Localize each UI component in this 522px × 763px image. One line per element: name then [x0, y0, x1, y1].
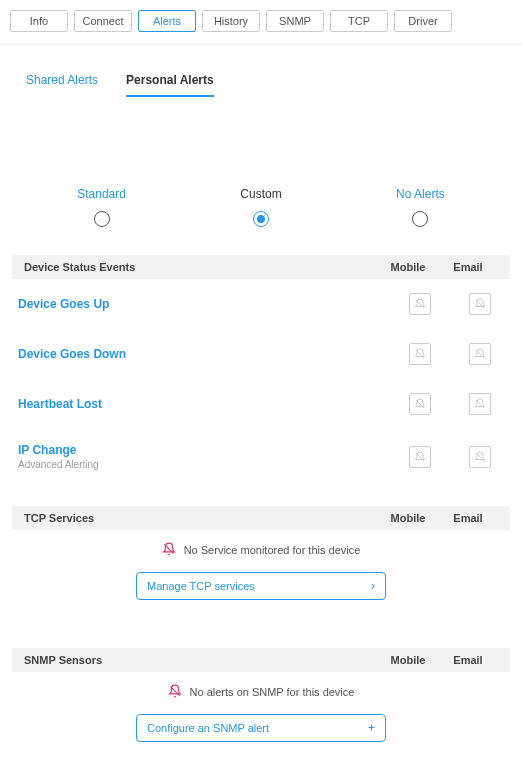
col-header-email: Email: [438, 512, 498, 524]
bell-off-icon: [474, 348, 486, 360]
event-row: Device Goes Up: [12, 279, 510, 329]
bell-off-icon: [474, 398, 486, 410]
event-name[interactable]: Device Goes Up: [18, 297, 390, 311]
toggle-mobile[interactable]: [409, 343, 431, 365]
toggle-mobile[interactable]: [409, 293, 431, 315]
radio-custom-label: Custom: [240, 187, 281, 201]
section-title: Device Status Events: [24, 261, 378, 273]
col-header-email: Email: [438, 654, 498, 666]
radio-icon: [94, 211, 110, 227]
event-row: Device Goes Down: [12, 329, 510, 379]
alert-profile-radios: Standard Custom No Alerts: [0, 97, 522, 255]
bell-off-icon: [414, 348, 426, 360]
snmp-empty-text: No alerts on SNMP for this device: [190, 686, 355, 698]
event-name[interactable]: Heartbeat Lost: [18, 397, 390, 411]
event-name[interactable]: Device Goes Down: [18, 347, 390, 361]
event-subtitle: Advanced Alerting: [18, 459, 390, 470]
toggle-email[interactable]: [469, 343, 491, 365]
bell-off-icon: [168, 684, 182, 700]
bell-off-icon: [414, 298, 426, 310]
radio-icon: [253, 211, 269, 227]
tab-alerts[interactable]: Alerts: [138, 10, 196, 32]
radio-noalerts-label: No Alerts: [396, 187, 445, 201]
device-status-rows: Device Goes Up Device Goes Down Heartbea…: [0, 279, 522, 484]
bell-off-icon: [414, 398, 426, 410]
toggle-email[interactable]: [469, 293, 491, 315]
device-status-header: Device Status Events Mobile Email: [12, 255, 510, 279]
event-row: Heartbeat Lost: [12, 379, 510, 429]
toggle-email[interactable]: [469, 446, 491, 468]
col-header-mobile: Mobile: [378, 654, 438, 666]
event-name[interactable]: IP Change: [18, 443, 390, 457]
tcp-services-header: TCP Services Mobile Email: [12, 506, 510, 530]
event-row: IP Change Advanced Alerting: [12, 429, 510, 484]
tab-connect[interactable]: Connect: [74, 10, 132, 32]
tab-history[interactable]: History: [202, 10, 260, 32]
section-title: SNMP Sensors: [24, 654, 378, 666]
alerts-subtabs: Shared Alerts Personal Alerts: [0, 45, 522, 97]
snmp-sensors-header: SNMP Sensors Mobile Email: [12, 648, 510, 672]
tab-snmp[interactable]: SNMP: [266, 10, 324, 32]
col-header-email: Email: [438, 261, 498, 273]
toggle-mobile[interactable]: [409, 446, 431, 468]
toggle-mobile[interactable]: [409, 393, 431, 415]
subtab-shared-alerts[interactable]: Shared Alerts: [26, 73, 98, 97]
tab-tcp[interactable]: TCP: [330, 10, 388, 32]
radio-standard[interactable]: Standard: [77, 187, 126, 227]
radio-icon: [412, 211, 428, 227]
col-header-mobile: Mobile: [378, 261, 438, 273]
tab-driver[interactable]: Driver: [394, 10, 452, 32]
bell-off-icon: [474, 451, 486, 463]
plus-icon: +: [368, 721, 375, 735]
section-title: TCP Services: [24, 512, 378, 524]
bell-off-icon: [162, 542, 176, 558]
tcp-empty-text: No Service monitored for this device: [184, 544, 361, 556]
configure-snmp-label: Configure an SNMP alert: [147, 722, 269, 734]
tcp-empty-state: No Service monitored for this device: [0, 530, 522, 572]
bell-off-icon: [474, 298, 486, 310]
top-tab-strip: Info Connect Alerts History SNMP TCP Dri…: [0, 0, 522, 45]
snmp-empty-state: No alerts on SNMP for this device: [0, 672, 522, 714]
configure-snmp-button[interactable]: Configure an SNMP alert +: [136, 714, 386, 742]
toggle-email[interactable]: [469, 393, 491, 415]
manage-tcp-label: Manage TCP services: [147, 580, 255, 592]
subtab-personal-alerts[interactable]: Personal Alerts: [126, 73, 214, 97]
col-header-mobile: Mobile: [378, 512, 438, 524]
tab-info[interactable]: Info: [10, 10, 68, 32]
manage-tcp-button[interactable]: Manage TCP services ›: [136, 572, 386, 600]
bell-off-icon: [414, 451, 426, 463]
radio-noalerts[interactable]: No Alerts: [396, 187, 445, 227]
radio-standard-label: Standard: [77, 187, 126, 201]
chevron-right-icon: ›: [371, 579, 375, 593]
radio-custom[interactable]: Custom: [240, 187, 281, 227]
